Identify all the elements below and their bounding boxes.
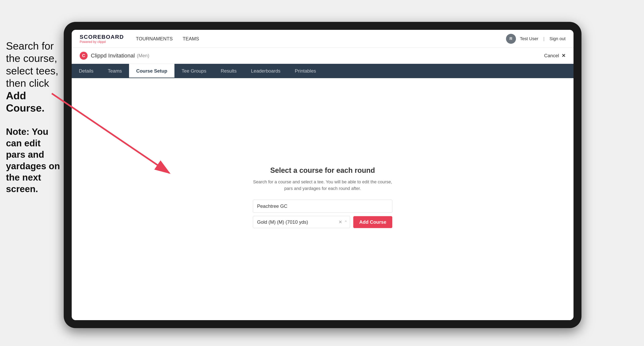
sign-out-button[interactable]: Sign out: [550, 36, 566, 41]
tablet-screen: SCOREBOARD Powered by clippd TOURNAMENTS…: [72, 30, 574, 320]
nav-separator: |: [544, 36, 545, 41]
tee-select-row: Gold (M) (M) (7010 yds) ✕ ⌃ Add Course: [253, 216, 392, 228]
cancel-x-icon: ✕: [562, 53, 566, 58]
card-title: Select a course for each round: [270, 166, 375, 174]
user-name: Test User: [520, 36, 538, 41]
nav-links: TOURNAMENTS TEAMS: [136, 34, 506, 43]
left-annotation: Search for the course, select tees, then…: [6, 40, 62, 195]
top-nav: SCOREBOARD Powered by clippd TOURNAMENTS…: [72, 30, 574, 48]
logo-text: SCOREBOARD: [80, 34, 124, 40]
tab-results[interactable]: Results: [214, 64, 244, 78]
tab-details[interactable]: Details: [72, 64, 100, 78]
tournament-title: Clippd Invitational: [91, 52, 135, 59]
annotation-main: Search for the course, select tees, then…: [6, 40, 62, 114]
tee-clear-button[interactable]: ✕: [338, 220, 342, 224]
tab-nav: Details Teams Course Setup Tee Groups Re…: [72, 64, 574, 78]
tab-printables[interactable]: Printables: [288, 64, 323, 78]
tournament-header: C Clippd Invitational (Men) Cancel ✕: [72, 48, 574, 64]
tournament-gender: (Men): [137, 53, 149, 58]
tab-teams[interactable]: Teams: [100, 64, 129, 78]
logo-area: SCOREBOARD Powered by clippd: [80, 34, 124, 44]
annotation-note: Note: You can edit pars and yardages on …: [6, 126, 62, 195]
user-avatar: R: [506, 34, 516, 44]
cancel-button[interactable]: Cancel ✕: [544, 53, 566, 58]
nav-teams[interactable]: TEAMS: [182, 34, 199, 43]
logo-sub: Powered by clippd: [80, 40, 124, 44]
tab-course-setup[interactable]: Course Setup: [129, 64, 174, 78]
tab-tee-groups[interactable]: Tee Groups: [174, 64, 214, 78]
main-content: Select a course for each round Search fo…: [72, 78, 574, 320]
annotation-bold: Add Course.: [6, 90, 44, 114]
tee-select-wrapper: Gold (M) (M) (7010 yds) ✕ ⌃: [253, 216, 350, 228]
tournament-icon: C: [80, 52, 88, 60]
tab-leaderboards[interactable]: Leaderboards: [244, 64, 288, 78]
course-search-input[interactable]: [253, 200, 392, 213]
tee-select-dropdown[interactable]: Gold (M) (M) (7010 yds): [253, 216, 350, 228]
course-selector-card: Select a course for each round Search fo…: [253, 166, 392, 232]
user-area: R Test User | Sign out: [506, 34, 566, 44]
add-course-button[interactable]: Add Course: [353, 216, 392, 228]
tablet-device: SCOREBOARD Powered by clippd TOURNAMENTS…: [64, 22, 582, 328]
card-description: Search for a course and select a tee. Yo…: [253, 178, 392, 192]
nav-tournaments[interactable]: TOURNAMENTS: [136, 34, 173, 43]
